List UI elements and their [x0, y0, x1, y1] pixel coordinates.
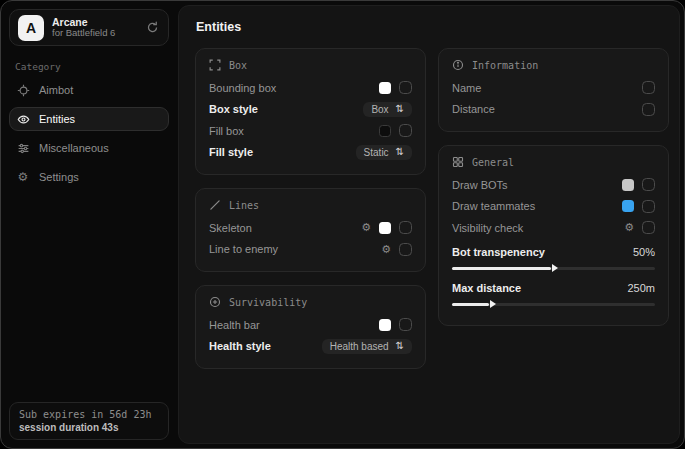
bounding-box-checkbox[interactable]: [399, 81, 412, 94]
app-header: A Arcane for Battlefield 6: [9, 9, 169, 46]
sub-expiry-text: Sub expires in 56d 23h: [19, 409, 159, 420]
visibility-check-checkbox[interactable]: [642, 221, 655, 234]
max-distance-slider-fill[interactable]: [452, 303, 489, 306]
health-style-row: Health style Health based ⇅: [209, 336, 412, 358]
distance-label: Distance: [452, 103, 495, 115]
draw-teammates-row: Draw teammates: [452, 196, 655, 218]
line-to-enemy-checkbox[interactable]: [399, 243, 412, 256]
box-style-dropdown[interactable]: Box ⇅: [363, 102, 412, 117]
sidebar-item-label: Settings: [39, 171, 79, 183]
lines-card: Lines Skeleton ⚙ Line to enemy ⚙: [195, 188, 426, 272]
lines-card-title: Lines: [229, 200, 259, 211]
bounding-box-color-swatch[interactable]: [379, 82, 391, 94]
sidebar: A Arcane for Battlefield 6 Category Aimb…: [1, 1, 177, 448]
distance-checkbox[interactable]: [642, 103, 655, 116]
fill-style-dropdown[interactable]: Static ⇅: [356, 145, 412, 160]
fill-box-row: Fill box: [209, 120, 412, 142]
sidebar-item-aimbot[interactable]: Aimbot: [9, 78, 169, 102]
draw-bots-checkbox[interactable]: [642, 178, 655, 191]
bounding-box-label: Bounding box: [209, 82, 276, 94]
name-label: Name: [452, 82, 481, 94]
reload-icon[interactable]: [144, 20, 160, 36]
visibility-check-row: Visibility check ⚙: [452, 217, 655, 239]
survivability-card: Survivability Health bar Health style He…: [195, 285, 426, 369]
draw-teammates-color-swatch[interactable]: [622, 200, 634, 212]
health-bar-color-swatch[interactable]: [379, 319, 391, 331]
sidebar-item-miscellaneous[interactable]: Miscellaneous: [9, 136, 169, 160]
lines-card-header: Lines: [209, 199, 412, 211]
visibility-check-settings-gear-icon[interactable]: ⚙: [624, 222, 634, 233]
category-label: Category: [15, 61, 163, 72]
crosshair-icon: [16, 83, 30, 97]
main-panel: Entities Box Bounding box: [178, 5, 680, 444]
skeleton-checkbox[interactable]: [399, 221, 412, 234]
draw-teammates-label: Draw teammates: [452, 200, 535, 212]
sidebar-item-settings[interactable]: ⚙ Settings: [9, 165, 169, 189]
health-bar-checkbox[interactable]: [399, 318, 412, 331]
fill-box-checkbox[interactable]: [399, 124, 412, 137]
bot-transparency-label: Bot transpenency: [452, 246, 545, 258]
general-card-title: General: [472, 157, 514, 168]
box-card-title: Box: [229, 60, 247, 71]
fill-box-color-swatch[interactable]: [379, 125, 391, 137]
max-distance-label: Max distance: [452, 282, 521, 294]
skeleton-settings-gear-icon[interactable]: ⚙: [361, 222, 371, 233]
health-style-dropdown[interactable]: Health based ⇅: [322, 339, 412, 354]
health-style-label: Health style: [209, 340, 271, 352]
sliders-icon: [16, 141, 30, 155]
sidebar-item-label: Miscellaneous: [39, 142, 109, 154]
information-card: Information Name Distance: [438, 48, 669, 132]
fill-style-row: Fill style Static ⇅: [209, 142, 412, 164]
survivability-card-title: Survivability: [229, 297, 307, 308]
session-duration-text: session duration 43s: [19, 422, 159, 433]
app-subtitle: for Battlefield 6: [52, 28, 136, 39]
skeleton-color-swatch[interactable]: [379, 222, 391, 234]
updown-arrows-icon: ⇅: [396, 341, 404, 351]
bot-transparency-row: Bot transpenency 50%: [452, 242, 655, 262]
max-distance-group: Max distance 250m: [452, 278, 655, 306]
general-card: General Draw BOTs Draw teammates: [438, 145, 669, 326]
bot-transparency-group: Bot transpenency 50%: [452, 242, 655, 270]
max-distance-value: 250m: [627, 282, 655, 294]
name-row: Name: [452, 77, 655, 99]
line-to-enemy-label: Line to enemy: [209, 243, 278, 255]
app-window: A Arcane for Battlefield 6 Category Aimb…: [0, 0, 685, 449]
draw-teammates-checkbox[interactable]: [642, 200, 655, 213]
page-title: Entities: [196, 20, 669, 34]
fill-box-label: Fill box: [209, 125, 244, 137]
information-card-header: Information: [452, 59, 655, 71]
name-checkbox[interactable]: [642, 81, 655, 94]
box-card: Box Bounding box Box style Box ⇅: [195, 48, 426, 175]
health-cross-icon: [209, 296, 221, 308]
info-icon: [452, 59, 464, 71]
line-to-enemy-settings-gear-icon[interactable]: ⚙: [381, 244, 391, 255]
updown-arrows-icon: ⇅: [396, 104, 404, 114]
card-columns: Box Bounding box Box style Box ⇅: [195, 48, 669, 369]
sidebar-item-label: Entities: [39, 113, 75, 125]
gear-icon: ⚙: [16, 170, 30, 184]
sidebar-item-label: Aimbot: [39, 84, 73, 96]
box-style-row: Box style Box ⇅: [209, 99, 412, 121]
max-distance-row: Max distance 250m: [452, 278, 655, 298]
bot-transparency-slider-fill[interactable]: [452, 267, 551, 270]
left-column: Box Bounding box Box style Box ⇅: [195, 48, 426, 369]
box-style-label: Box style: [209, 103, 258, 115]
line-to-enemy-row: Line to enemy ⚙: [209, 239, 412, 261]
max-distance-slider[interactable]: [452, 303, 655, 306]
health-style-value: Health based: [330, 341, 389, 352]
box-card-header: Box: [209, 59, 412, 71]
fill-style-label: Fill style: [209, 146, 253, 158]
updown-arrows-icon: ⇅: [396, 147, 404, 157]
sidebar-item-entities[interactable]: Entities: [9, 107, 169, 131]
draw-bots-color-swatch[interactable]: [622, 179, 634, 191]
bot-transparency-value: 50%: [633, 246, 655, 258]
skeleton-label: Skeleton: [209, 222, 252, 234]
bot-transparency-slider[interactable]: [452, 267, 655, 270]
bounding-box-row: Bounding box: [209, 77, 412, 99]
sidebar-nav: Aimbot Entities: [9, 78, 169, 189]
eye-icon: [16, 112, 30, 126]
skeleton-row: Skeleton ⚙: [209, 217, 412, 239]
visibility-check-label: Visibility check: [452, 222, 523, 234]
app-header-texts: Arcane for Battlefield 6: [52, 16, 136, 39]
draw-bots-row: Draw BOTs: [452, 174, 655, 196]
